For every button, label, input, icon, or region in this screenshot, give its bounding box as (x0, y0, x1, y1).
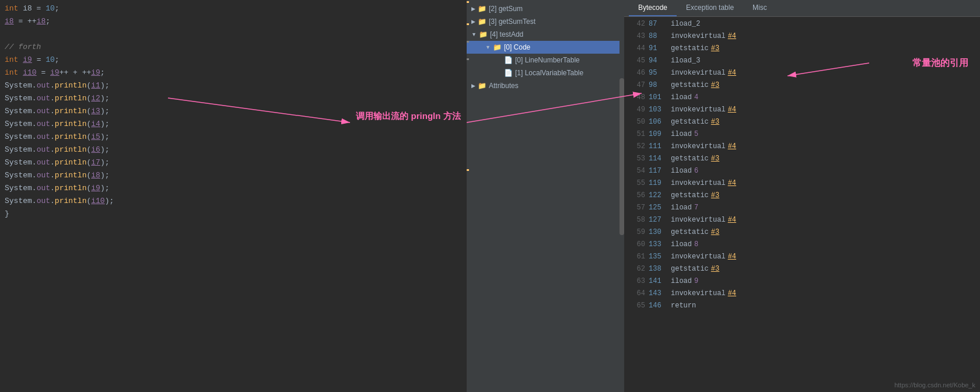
code-token: . (50, 131, 55, 143)
code-token: i2 (91, 93, 100, 104)
code-token: i9 (50, 67, 60, 79)
code-token: out (37, 106, 50, 117)
code-token: ; (46, 16, 50, 27)
bytecode-tab[interactable]: Bytecode (629, 0, 677, 16)
tree-item-label: [1] LocalVariableTable (515, 69, 583, 77)
code-token: System (5, 170, 32, 181)
bc-offset: 122 (649, 190, 667, 201)
code-line: System.out.println(i10); (0, 195, 350, 208)
bc-linenum: 53 (629, 153, 645, 164)
bytecode-line: 55119invokevirtual #4 (624, 177, 980, 190)
bc-ref: #3 (711, 117, 719, 128)
code-token: System (5, 195, 32, 207)
bc-linenum: 49 (629, 104, 645, 116)
code-token: out (37, 93, 50, 104)
constant-pool-label: 常量池的引用 (912, 57, 968, 69)
code-line: System.out.println(i8); (0, 169, 350, 182)
code-line: System.out.println(i6); (0, 144, 350, 156)
bc-instr: getstatic (671, 227, 709, 238)
bytecode-line: 61135invokevirtual #4 (624, 251, 980, 263)
code-token: int (5, 54, 18, 66)
tree-arrow-icon: ▶ (471, 83, 475, 89)
tree-item[interactable]: ▼📁[4] testAdd (467, 28, 624, 41)
bc-offset: 101 (649, 92, 667, 103)
bc-offset: 133 (649, 239, 667, 250)
bytecode-line: 54117iload 6 (624, 165, 980, 177)
code-token (18, 54, 23, 66)
bc-linenum: 45 (629, 55, 645, 66)
bytecode-line: 62138getstatic #3 (624, 263, 980, 275)
bc-offset: 98 (649, 80, 667, 91)
bc-offset: 138 (649, 264, 667, 275)
bc-linenum: 51 (629, 129, 645, 140)
bc-ref: #4 (728, 288, 736, 299)
code-token: ); (100, 93, 110, 104)
code-line: System.out.println(i3); (0, 105, 350, 118)
tree-scrollbar[interactable] (620, 0, 624, 392)
bc-linenum: 61 (629, 251, 645, 262)
code-token: println (55, 157, 87, 169)
tree-item[interactable]: ▶📁[2] getSum (467, 2, 624, 15)
code-token: out (37, 144, 50, 156)
code-token: . (32, 183, 37, 194)
code-token: ( (86, 144, 91, 156)
bytecode-line: 4388invokevirtual #4 (624, 30, 980, 43)
bytecode-line: 51109iload 5 (624, 128, 980, 141)
bc-offset: 146 (649, 300, 667, 312)
code-line: System.out.println(i5); (0, 131, 350, 144)
bc-linenum: 65 (629, 300, 645, 312)
code-token: ); (100, 144, 110, 156)
code-token: } (5, 208, 9, 220)
bc-linenum: 60 (629, 239, 645, 250)
code-token: ); (100, 183, 110, 194)
code-line: System.out.println(i9); (0, 182, 350, 195)
bc-offset: 130 (649, 227, 667, 238)
bc-ref: #3 (711, 264, 719, 275)
bc-ref: #4 (728, 251, 736, 262)
code-token: out (37, 195, 50, 207)
code-token: out (37, 183, 50, 194)
bc-ref: #3 (711, 190, 719, 201)
bc-linenum: 48 (629, 92, 645, 103)
bc-offset: 106 (649, 117, 667, 128)
code-token: . (50, 80, 55, 92)
bytecode-tab[interactable]: Exception table (677, 0, 743, 16)
code-token: ( (86, 195, 91, 207)
bc-offset: 95 (649, 68, 667, 79)
bc-num: 5 (694, 129, 698, 140)
bytecode-tab[interactable]: Misc (743, 0, 776, 16)
bytecode-line: 64143invokevirtual #4 (624, 288, 980, 300)
code-token: int (5, 3, 18, 15)
bc-linenum: 54 (629, 166, 645, 177)
code-token: . (50, 106, 55, 117)
tree-item[interactable]: 📄[1] LocalVariableTable (467, 66, 624, 79)
code-token: = (37, 67, 50, 79)
code-token: ( (86, 131, 91, 143)
code-token: ); (100, 170, 110, 181)
code-token: println (55, 93, 87, 104)
tree-item[interactable]: ▼📁[0] Code (467, 41, 624, 54)
code-line: int i9 = 10; (0, 54, 350, 66)
tree-item[interactable]: ▶📁[3] getSumTest (467, 15, 624, 28)
bc-instr: iload (671, 166, 692, 177)
bc-offset: 94 (649, 55, 667, 66)
file-icon: 📄 (504, 56, 513, 64)
bytecode-line: 58127invokevirtual #4 (624, 214, 980, 226)
code-token: . (32, 80, 37, 92)
bc-offset: 114 (649, 153, 667, 164)
bc-offset: 117 (649, 166, 667, 177)
file-icon: 📄 (504, 69, 513, 77)
code-token: i8 (37, 16, 46, 27)
code-token: ( (86, 106, 91, 117)
tree-item-label: [0] Code (504, 43, 530, 51)
bc-linenum: 42 (629, 19, 645, 30)
tree-item[interactable]: 📄[0] LineNumberTable (467, 54, 624, 66)
tree-item[interactable]: ▶📁Attributes (467, 79, 624, 92)
code-token: . (32, 131, 37, 143)
code-token: . (32, 157, 37, 169)
bc-num: 4 (694, 92, 698, 103)
bc-instr: getstatic (671, 80, 709, 91)
bc-instr: invokevirtual (671, 141, 726, 152)
bc-linenum: 57 (629, 202, 645, 214)
bytecode-panel: BytecodeException tableMisc 4287iload_24… (624, 0, 980, 392)
